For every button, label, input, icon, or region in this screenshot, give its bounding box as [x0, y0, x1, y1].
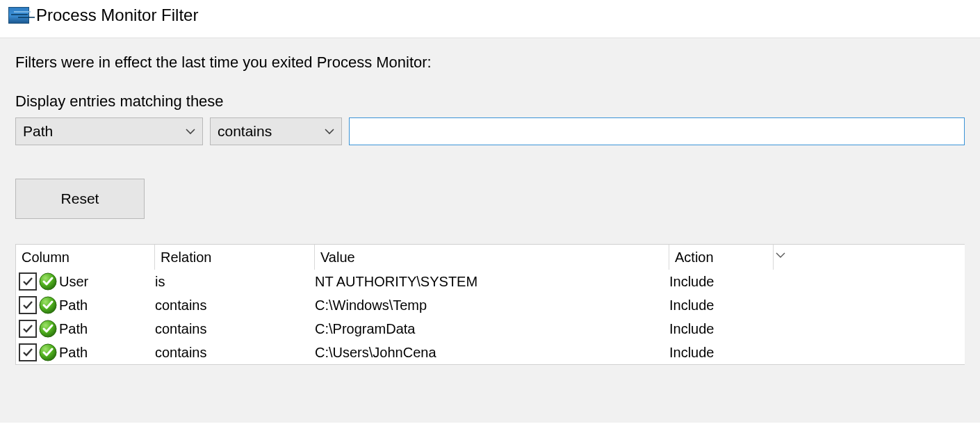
table-row[interactable]: PathcontainsC:\Windows\TempInclude — [16, 293, 965, 317]
include-icon — [38, 319, 58, 339]
cell-value: C:\ProgramData — [315, 321, 669, 337]
row-checkbox[interactable] — [19, 272, 37, 291]
value-input[interactable] — [349, 117, 965, 145]
cell-column: Path — [59, 345, 88, 361]
table-row[interactable]: UserisNT AUTHORITY\SYSTEMInclude — [16, 270, 965, 293]
chevron-down-icon — [325, 128, 334, 135]
table-row[interactable]: PathcontainsC:\ProgramDataInclude — [16, 317, 965, 341]
cell-value: C:\Users\JohnCena — [315, 345, 669, 361]
dialog-content: Filters were in effect the last time you… — [0, 38, 980, 423]
title-bar: Process Monitor Filter — [0, 0, 980, 38]
cell-relation: is — [155, 274, 315, 290]
include-icon — [38, 295, 58, 315]
cell-column: Path — [59, 321, 88, 337]
cell-relation: contains — [155, 321, 315, 337]
cell-relation: contains — [155, 345, 315, 361]
window-title: Process Monitor Filter — [36, 6, 198, 25]
cell-column: User — [59, 274, 88, 290]
cell-action: Include — [669, 321, 774, 337]
cell-action: Include — [669, 297, 774, 313]
include-icon — [38, 343, 58, 362]
header-blank — [774, 245, 965, 270]
relation-dropdown[interactable]: contains — [210, 117, 342, 145]
cell-action: Include — [669, 274, 774, 290]
cell-relation: contains — [155, 297, 315, 313]
row-checkbox[interactable] — [19, 320, 37, 338]
app-icon — [8, 7, 29, 24]
header-column[interactable]: Column — [16, 245, 155, 270]
include-icon — [38, 272, 58, 291]
filter-builder-row: Path contains — [15, 117, 965, 145]
cell-column: Path — [59, 297, 88, 313]
chevron-down-icon — [186, 128, 195, 135]
row-checkbox[interactable] — [19, 296, 37, 314]
header-relation[interactable]: Relation — [155, 245, 315, 270]
column-dropdown-value: Path — [23, 123, 53, 140]
cell-value: C:\Windows\Temp — [315, 297, 669, 313]
column-dropdown[interactable]: Path — [15, 117, 203, 145]
table-header: Column Relation Value Action — [16, 245, 965, 270]
status-text: Filters were in effect the last time you… — [15, 54, 965, 72]
cell-action: Include — [669, 345, 774, 361]
row-checkbox[interactable] — [19, 343, 37, 361]
reset-button[interactable]: Reset — [15, 179, 145, 219]
filters-table: Column Relation Value Action UserisNT AU… — [15, 244, 965, 365]
instruction-text: Display entries matching these — [15, 92, 965, 111]
cell-value: NT AUTHORITY\SYSTEM — [315, 274, 669, 290]
header-action[interactable]: Action — [669, 245, 774, 270]
relation-dropdown-value: contains — [218, 123, 272, 140]
header-value[interactable]: Value — [315, 245, 669, 270]
table-row[interactable]: PathcontainsC:\Users\JohnCenaInclude — [16, 341, 965, 364]
